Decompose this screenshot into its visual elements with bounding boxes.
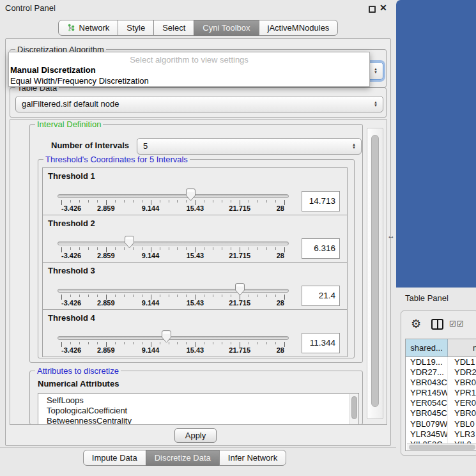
tab-impute-data[interactable]: Impute Data	[83, 450, 146, 466]
table-row[interactable]: YBR045CYBR0	[406, 408, 476, 418]
combo-arrows-icon: ▲▼	[352, 139, 356, 154]
apply-button[interactable]: Apply	[174, 428, 217, 443]
tick-mark	[186, 247, 187, 250]
threshold-value-field[interactable]: 11.344	[302, 333, 340, 353]
algorithm-dropdown-popup: Select algorithm to view settings Manual…	[8, 52, 370, 87]
attribute-item[interactable]: SelfLoops	[38, 394, 358, 406]
tick-mark	[115, 342, 116, 344]
tick-label: 2.859	[97, 299, 115, 307]
tick-mark	[160, 200, 160, 203]
cell-shared-name: YDL19...	[406, 357, 448, 367]
slider-track[interactable]	[58, 336, 289, 340]
tick-mark	[142, 295, 142, 297]
tick-mark	[204, 247, 204, 250]
tick-mark	[275, 295, 276, 297]
slider-track[interactable]	[58, 194, 289, 198]
tick-mark	[249, 200, 249, 203]
threshold-value-field[interactable]: 21.4	[302, 286, 340, 306]
tick-mark	[222, 342, 222, 344]
tab-select[interactable]: Select	[153, 20, 194, 36]
slider-track[interactable]	[58, 289, 289, 293]
threshold-value-field[interactable]: 14.713	[302, 191, 340, 211]
attribute-item[interactable]: BetweennessCentrality	[38, 416, 358, 425]
cell-shared-name: YLR345W	[406, 429, 448, 440]
tab-label: Impute Data	[92, 453, 137, 463]
tick-mark	[213, 342, 213, 344]
tick-mark	[70, 295, 71, 297]
table-row[interactable]: YLR345WYLR3	[406, 429, 476, 440]
threshold-2-box: Threshold 26.316-3.4262.8599.14415.4321.…	[42, 215, 348, 263]
table-data-group: Table Data galFiltered.sif default node …	[10, 88, 387, 118]
threshold-1-box: Threshold 114.713-3.4262.8599.14415.4321…	[42, 167, 348, 215]
table-row[interactable]: YBR043CYBR0	[406, 378, 476, 388]
dropdown-option-equal-width-frequency[interactable]: Equal Width/Frequency Discretization	[9, 76, 369, 86]
column-header-shared-name[interactable]: shared...	[406, 339, 448, 357]
tab-label: Network	[79, 23, 110, 33]
columns-icon[interactable]	[431, 319, 443, 330]
tick-mark	[97, 342, 98, 344]
tick-mark	[231, 247, 231, 250]
scrollbar-thumb[interactable]	[351, 396, 357, 419]
scrollbar-thumb[interactable]	[371, 135, 379, 407]
tab-jactivemnodules[interactable]: jActiveMNodules	[259, 20, 339, 36]
tick-mark	[160, 247, 160, 250]
tab-label: Cyni Toolbox	[203, 23, 250, 33]
tick-mark	[186, 295, 187, 297]
table-panel-title: Table Panel	[405, 293, 449, 303]
tick-mark	[231, 295, 231, 297]
float-window-icon[interactable]	[369, 6, 376, 13]
tab-infer-network[interactable]: Infer Network	[219, 450, 286, 466]
number-of-intervals-select[interactable]: 5 ▲▼	[137, 138, 362, 155]
tick-mark	[142, 342, 142, 344]
tab-style[interactable]: Style	[118, 20, 154, 36]
panel-vertical-scrollbar[interactable]	[367, 128, 383, 419]
tick-label: 9.144	[142, 252, 160, 259]
tab-discretize-data[interactable]: Discretize Data	[146, 450, 220, 466]
tick-mark	[88, 247, 89, 250]
tick-mark	[142, 247, 142, 250]
table-row[interactable]: YBL079WYBL0	[406, 419, 476, 429]
tick-label: 28	[277, 204, 284, 212]
tick-mark	[204, 295, 204, 297]
tick-mark	[70, 342, 71, 344]
cell-name: YDR2	[448, 367, 476, 378]
tick-label: 15.43	[187, 346, 204, 354]
settings-scroll-panel: Interval Definition Number of Intervals …	[10, 119, 387, 425]
slider-tick-labels: -3.4262.8599.14415.4321.71528	[61, 252, 284, 260]
attribute-item[interactable]: TopologicalCoefficient	[38, 406, 358, 416]
dropdown-option-manual-discretization[interactable]: Manual Discretization	[9, 65, 369, 75]
select-attributes-icon[interactable]: ☑☑	[449, 319, 464, 328]
tab-cyni-toolbox[interactable]: Cyni Toolbox	[194, 20, 259, 36]
table-panel-titlebar: Table Panel	[401, 289, 476, 308]
tick-label: 9.144	[142, 299, 160, 307]
tick-mark	[266, 342, 267, 344]
threshold-value-field[interactable]: 6.316	[302, 238, 340, 259]
table-row[interactable]: YDL19...YDL1	[406, 357, 476, 367]
table-data-select[interactable]: galFiltered.sif default node ▲▼	[15, 96, 383, 112]
tick-mark	[284, 295, 285, 300]
tab-network[interactable]: Network	[58, 20, 119, 36]
table-row[interactable]: YER054CYER0	[406, 398, 476, 408]
combo-arrows-icon: ▲▼	[374, 63, 378, 79]
attributes-group: Attributes to discretize Numerical Attri…	[29, 371, 363, 425]
scrollbar-thumb[interactable]	[409, 445, 475, 450]
cell-shared-name: YBR043C	[406, 378, 448, 388]
divider	[0, 447, 396, 448]
column-header-name[interactable]: n	[448, 339, 476, 357]
tick-mark	[97, 295, 98, 297]
attributes-group-title: Attributes to discretize	[35, 366, 121, 376]
attribute-table: shared... n YDL19...YDL1YDR27...YDR2YBR0…	[405, 339, 476, 451]
tab-label: Discretize Data	[155, 453, 211, 463]
tick-mark	[222, 295, 222, 297]
gear-icon[interactable]: ⚙	[411, 317, 421, 331]
close-panel-icon[interactable]: ✕	[380, 3, 387, 13]
attributes-scrollbar[interactable]	[349, 394, 358, 425]
table-row[interactable]: YDR27...YDR2	[406, 367, 476, 378]
table-row[interactable]: YPR145WYPR1	[406, 388, 476, 398]
slider-track[interactable]	[58, 242, 289, 245]
tick-mark	[124, 247, 125, 250]
slider-tick-labels: -3.4262.8599.14415.4321.71528	[61, 299, 284, 307]
numerical-attributes-list[interactable]: SelfLoopsTopologicalCoefficientBetweenne…	[38, 393, 359, 425]
tick-mark	[284, 200, 285, 205]
table-horizontal-scrollbar[interactable]	[407, 443, 476, 450]
